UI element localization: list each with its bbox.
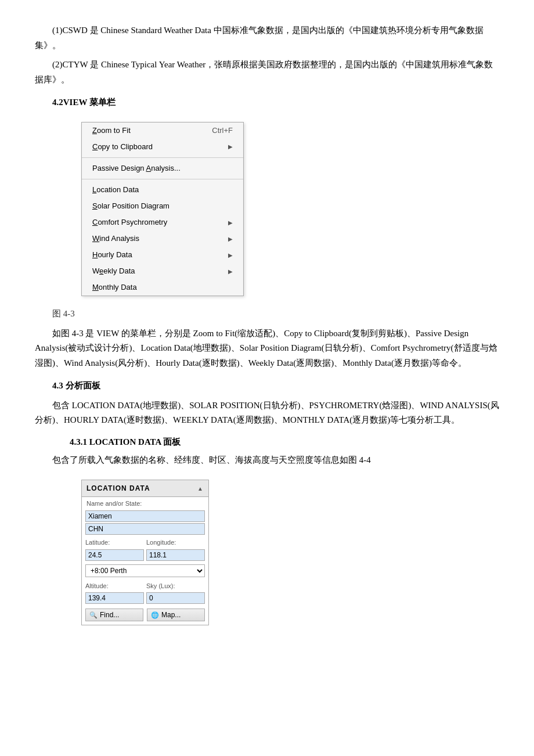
altitude-col: Altitude:: [85, 579, 144, 606]
menu-item-label: Passive Design Analysis...: [92, 162, 181, 175]
altitude-input[interactable]: [85, 592, 144, 604]
menu-item-label: Copy to Clipboard: [92, 141, 153, 153]
sky-input[interactable]: [146, 592, 205, 604]
sky-label: Sky (Lux):: [146, 579, 205, 592]
menu-view: Zoom to Fit Ctrl+F Copy to Clipboard Pas…: [81, 122, 244, 297]
paragraph-1: (1)CSWD 是 Chinese Standard Weather Data …: [35, 23, 499, 53]
timezone-row: +8:00 Perth: [85, 564, 205, 577]
latitude-input[interactable]: [85, 549, 144, 561]
menu-item-passive-design[interactable]: Passive Design Analysis...: [82, 160, 243, 177]
menu-item-label: Location Data: [92, 183, 139, 196]
map-button[interactable]: 🌐 Map...: [147, 609, 205, 621]
menu-item-hourly-data[interactable]: Hourly Data: [82, 247, 243, 263]
alt-sky-row: Altitude: Sky (Lux):: [85, 579, 205, 606]
menu-item-label: Zoom to Fit: [92, 124, 131, 137]
latitude-col: Latitude:: [85, 536, 144, 562]
menu-item-label: Monthly Data: [92, 281, 137, 294]
menu-separator-2: [82, 179, 243, 179]
section-43-description: 包含 LOCATION DATA(地理数据)、SOLAR POSITION(日轨…: [35, 398, 499, 428]
menu-separator: [82, 157, 243, 158]
longitude-input[interactable]: [146, 549, 205, 561]
altitude-label: Altitude:: [85, 579, 144, 592]
menu-item-location-data[interactable]: Location Data: [82, 182, 243, 198]
latitude-label: Latitude:: [85, 536, 144, 548]
figure-43-description: 如图 4-3 是 VIEW 的菜单栏，分别是 Zoom to Fit(缩放适配)…: [35, 326, 499, 371]
country-input[interactable]: [85, 523, 205, 535]
location-data-panel: LOCATION DATA ▲ Name and/or State: Latit…: [81, 480, 209, 625]
find-label: Find...: [100, 611, 119, 619]
paragraph-2: (2)CTYW 是 Chinese Typical Year Weather，张…: [35, 57, 499, 87]
longitude-col: Longitude:: [146, 536, 205, 562]
location-panel-title: LOCATION DATA: [86, 483, 150, 494]
map-icon: 🌐: [151, 611, 159, 619]
name-input[interactable]: [85, 510, 205, 522]
collapse-icon[interactable]: ▲: [197, 484, 204, 494]
name-label: Name and/or State:: [82, 497, 208, 509]
menu-item-monthly-data[interactable]: Monthly Data: [82, 279, 243, 296]
menu-item-label: Comfort Psychrometry: [92, 216, 167, 229]
location-data-panel-wrapper: LOCATION DATA ▲ Name and/or State: Latit…: [81, 480, 209, 625]
timezone-select[interactable]: +8:00 Perth: [85, 564, 205, 577]
panel-buttons: 🔍 Find... 🌐 Map...: [85, 609, 205, 621]
sky-col: Sky (Lux):: [146, 579, 205, 606]
section-431-description: 包含了所载入气象数据的名称、经纬度、时区、海拔高度与天空照度等信息如图 4-4: [35, 453, 499, 468]
menu-item-solar-position[interactable]: Solar Position Diagram: [82, 198, 243, 214]
menu-item-label: Hourly Data: [92, 249, 132, 261]
menu-item-label: Wind Analysis: [92, 232, 139, 245]
menu-item-weekly-data[interactable]: Weekly Data: [82, 263, 243, 279]
location-panel-header: LOCATION DATA ▲: [82, 480, 208, 497]
find-icon: 🔍: [89, 611, 98, 619]
menu-item-comfort-psychrometry[interactable]: Comfort Psychrometry: [82, 214, 243, 231]
menu-item-label: Solar Position Diagram: [92, 200, 169, 213]
menu-item-label: Weekly Data: [92, 265, 135, 278]
menu-shortcut: Ctrl+F: [212, 124, 233, 137]
section-43-title: 4.3 分析面板: [35, 379, 499, 394]
section-42-title: 4.2VIEW 菜单栏: [35, 95, 499, 110]
find-button[interactable]: 🔍 Find...: [85, 609, 143, 621]
menu-item-copy-clipboard[interactable]: Copy to Clipboard: [82, 139, 243, 155]
lat-lon-row: Latitude: Longitude:: [85, 536, 205, 562]
section-431-title: 4.3.1 LOCATION DATA 面板: [35, 435, 499, 450]
menu-item-zoom-to-fit[interactable]: Zoom to Fit Ctrl+F: [82, 123, 243, 139]
longitude-label: Longitude:: [146, 536, 205, 548]
menu-item-wind-analysis[interactable]: Wind Analysis: [82, 231, 243, 247]
figure-43-label: 图 4-3: [35, 307, 499, 322]
map-label: Map...: [161, 611, 181, 619]
